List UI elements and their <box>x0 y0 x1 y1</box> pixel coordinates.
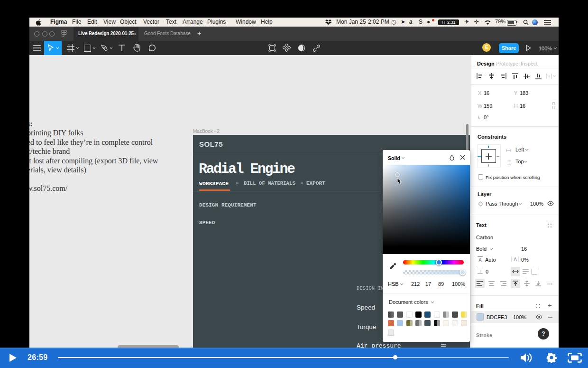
svg-text:A: A <box>478 257 482 262</box>
svg-text:A: A <box>514 257 517 262</box>
